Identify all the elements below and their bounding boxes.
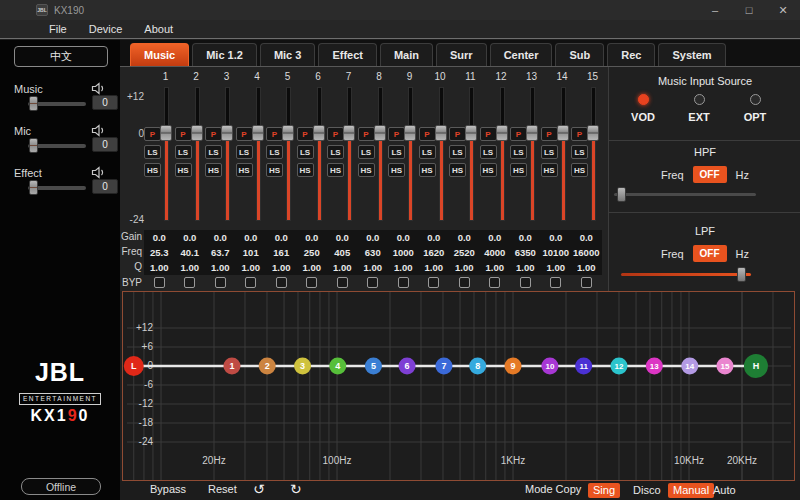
tab-system[interactable]: System [658,43,725,66]
channel-slider-handle[interactable] [374,125,386,141]
mode-sing-button[interactable]: Sing [588,483,620,498]
byp-checkbox[interactable] [367,277,378,288]
mixer-slider-handle[interactable] [29,138,38,153]
channel-slider-handle[interactable] [587,125,599,141]
tab-rec[interactable]: Rec [607,43,655,66]
hpf-off-button[interactable]: OFF [693,166,727,183]
redo-icon[interactable]: ↻ [290,481,302,497]
peak-button[interactable]: P [327,127,344,141]
peak-button[interactable]: P [175,127,192,141]
high-shelf-button[interactable]: HS [236,163,253,177]
channel-slider-handle[interactable] [435,125,447,141]
low-shelf-button[interactable]: LS [419,145,436,159]
speaker-icon[interactable] [91,123,106,136]
tab-mic-3[interactable]: Mic 3 [260,43,316,66]
high-shelf-button[interactable]: HS [144,163,161,177]
tab-sub[interactable]: Sub [555,43,604,66]
byp-checkbox[interactable] [550,277,561,288]
peak-button[interactable]: P [388,127,405,141]
high-shelf-button[interactable]: HS [449,163,466,177]
peak-button[interactable]: P [571,127,588,141]
peak-button[interactable]: P [449,127,466,141]
radio-unselected-icon[interactable] [694,94,705,105]
peak-button[interactable]: P [510,127,527,141]
radio-selected-icon[interactable] [638,94,649,105]
tab-effect[interactable]: Effect [318,43,377,66]
channel-slider-handle[interactable] [282,125,294,141]
byp-checkbox[interactable] [154,277,165,288]
mixer-slider-handle[interactable] [29,96,38,111]
hpf-slider-handle[interactable] [617,187,626,202]
channel-slider-handle[interactable] [343,125,355,141]
peak-button[interactable]: P [266,127,283,141]
peak-button[interactable]: P [358,127,375,141]
byp-checkbox[interactable] [184,277,195,288]
lpf-slider-handle[interactable] [737,267,746,282]
input-source-option-ext[interactable]: EXT [671,91,727,123]
channel-slider-handle[interactable] [404,125,416,141]
bypass-button[interactable]: Bypass [150,483,186,495]
high-shelf-button[interactable]: HS [327,163,344,177]
channel-slider-handle[interactable] [496,125,508,141]
eq-response-graph[interactable]: +12+60-6-12-18-2420Hz100Hz1KHz10KHz20KHz… [122,291,795,481]
input-source-option-opt[interactable]: OPT [727,91,783,123]
low-shelf-button[interactable]: LS [175,145,192,159]
tab-music[interactable]: Music [130,43,189,66]
lpf-slider-track[interactable] [621,273,751,276]
low-shelf-button[interactable]: LS [449,145,466,159]
low-shelf-button[interactable]: LS [388,145,405,159]
byp-checkbox[interactable] [215,277,226,288]
byp-checkbox[interactable] [398,277,409,288]
maximize-button[interactable]: □ [732,0,766,20]
mode-disco-button[interactable]: Disco [628,483,666,498]
high-shelf-button[interactable]: HS [571,163,588,177]
peak-button[interactable]: P [541,127,558,141]
peak-button[interactable]: P [236,127,253,141]
language-button[interactable]: 中文 [14,46,108,67]
tab-surr[interactable]: Surr [436,43,487,66]
byp-checkbox[interactable] [428,277,439,288]
byp-checkbox[interactable] [520,277,531,288]
low-shelf-button[interactable]: LS [510,145,527,159]
peak-button[interactable]: P [297,127,314,141]
mixer-slider-handle[interactable] [29,180,38,195]
reset-button[interactable]: Reset [208,483,237,495]
tab-center[interactable]: Center [490,43,553,66]
connection-status-button[interactable]: Offline [21,478,101,495]
low-shelf-button[interactable]: LS [541,145,558,159]
channel-slider-handle[interactable] [160,125,172,141]
channel-slider-handle[interactable] [557,125,569,141]
high-shelf-button[interactable]: HS [388,163,405,177]
mode-copy-button[interactable]: Mode Copy [525,483,581,495]
low-shelf-button[interactable]: LS [236,145,253,159]
peak-button[interactable]: P [480,127,497,141]
low-shelf-button[interactable]: LS [358,145,375,159]
low-shelf-button[interactable]: LS [297,145,314,159]
high-shelf-button[interactable]: HS [541,163,558,177]
menu-item-about[interactable]: About [133,23,184,35]
byp-checkbox[interactable] [245,277,256,288]
byp-checkbox[interactable] [581,277,592,288]
high-shelf-button[interactable]: HS [419,163,436,177]
channel-slider-handle[interactable] [526,125,538,141]
minimize-button[interactable]: – [698,0,732,20]
channel-slider-handle[interactable] [465,125,477,141]
undo-icon[interactable]: ↺ [253,481,265,497]
low-shelf-button[interactable]: LS [480,145,497,159]
low-shelf-button[interactable]: LS [327,145,344,159]
peak-button[interactable]: P [205,127,222,141]
hpf-slider-track[interactable] [614,193,756,196]
low-shelf-button[interactable]: LS [571,145,588,159]
high-shelf-button[interactable]: HS [510,163,527,177]
channel-slider-handle[interactable] [252,125,264,141]
menu-item-device[interactable]: Device [78,23,134,35]
tab-mic-1-2[interactable]: Mic 1.2 [192,43,257,66]
input-source-option-vod[interactable]: VOD [615,91,671,123]
high-shelf-button[interactable]: HS [266,163,283,177]
speaker-icon[interactable] [91,165,106,178]
channel-slider-handle[interactable] [313,125,325,141]
byp-checkbox[interactable] [337,277,348,288]
low-shelf-button[interactable]: LS [266,145,283,159]
speaker-icon[interactable] [91,81,106,94]
high-shelf-button[interactable]: HS [480,163,497,177]
